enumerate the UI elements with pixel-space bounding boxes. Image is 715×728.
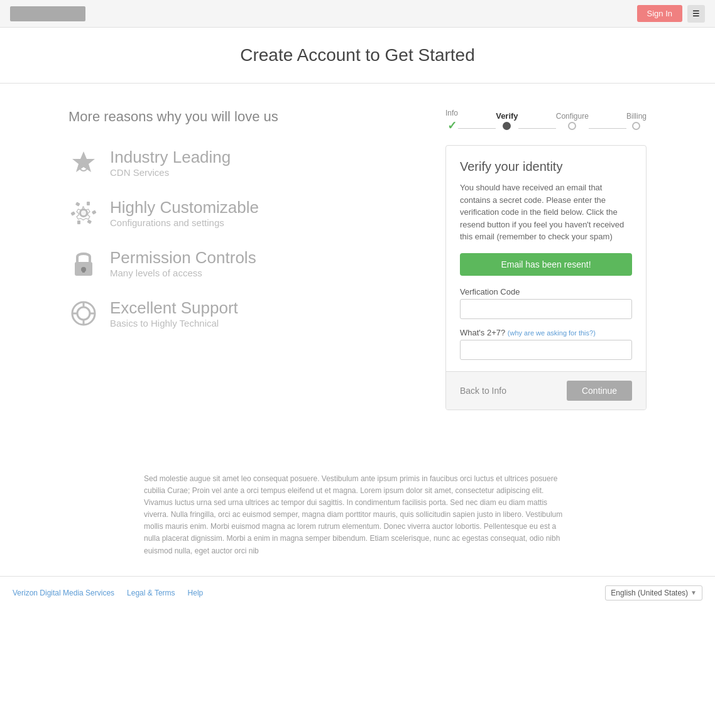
continue-button[interactable]: Continue [567,381,632,401]
logo [10,6,85,21]
svg-point-15 [77,307,90,320]
chevron-down-icon: ▼ [690,589,697,596]
lorem-section: Sed molestie augue sit amet leo consequa… [131,473,584,557]
lorem-text: Sed molestie augue sit amet leo consequa… [144,473,571,557]
footer-links: Verizon Digital Media Services Legal & T… [13,589,203,597]
svg-rect-10 [77,220,80,224]
step-configure: Configure [556,112,589,130]
why-link[interactable]: (why are we asking for this?) [508,329,596,337]
feature-title-industry: Industry Leading [110,148,231,167]
feature-text-permission: Permission Controls Many levels of acces… [110,248,256,278]
step-configure-label: Configure [556,112,589,121]
footer: Verizon Digital Media Services Legal & T… [0,576,715,609]
feature-text-custom: Highly Customizable Configurations and s… [110,198,259,228]
feature-item-industry: Industry Leading CDN Services [68,148,420,178]
verify-card: Verify your identity You should have rec… [445,145,647,410]
sign-in-button[interactable]: Sign In [637,5,682,22]
svg-rect-9 [87,219,92,224]
feature-text-support: Excellent Support Basics to Highly Techn… [110,298,238,329]
svg-rect-6 [75,202,80,206]
verification-code-label: Verfication Code [460,287,632,296]
feature-title-custom: Highly Customizable [110,198,259,217]
features-section: More reasons why you will love us Indust… [68,109,420,410]
back-to-info-button[interactable]: Back to Info [460,382,506,399]
step-verify-label: Verify [496,111,518,121]
step-verify: Verify [496,111,518,130]
feature-subtitle-permission: Many levels of access [110,268,256,278]
feature-subtitle-custom: Configurations and settings [110,217,259,228]
feature-subtitle-support: Basics to Highly Technical [110,318,238,329]
step-info-check: ✓ [447,119,457,133]
step-line-1 [458,128,496,129]
page-title: Create Account to Get Started [0,45,715,65]
steps-row: Info ✓ Verify Configure Billing [445,109,647,133]
step-verify-dot [503,122,511,130]
step-billing-label: Billing [626,112,647,121]
svg-point-4 [81,210,86,215]
step-info-label: Info [445,109,458,117]
verify-description: You should have received an email that c… [460,182,632,243]
feature-subtitle-industry: CDN Services [110,167,231,178]
feature-item-custom: Highly Customizable Configurations and s… [68,198,420,228]
step-line-3 [589,128,626,129]
svg-rect-5 [70,211,75,215]
lock-icon [68,248,99,278]
resend-email-button[interactable]: Email has been resent! [460,253,632,276]
math-question-group: What's 2+7? (why are we asking for this?… [460,328,632,360]
verify-title: Verify your identity [460,160,632,174]
star-icon [68,148,99,178]
verification-code-group: Verfication Code [460,287,632,319]
feature-item-permission: Permission Controls Many levels of acces… [68,248,420,278]
svg-rect-8 [92,210,97,214]
footer-link-help[interactable]: Help [188,589,204,597]
feature-text-industry: Industry Leading CDN Services [110,148,231,178]
svg-rect-7 [87,202,90,205]
footer-language-label: English (United States) [611,589,688,597]
math-answer-input[interactable] [460,340,632,360]
header: Sign In ☰ [0,0,715,28]
page-title-section: Create Account to Get Started [0,28,715,84]
feature-title-support: Excellent Support [110,298,238,318]
step-billing: Billing [626,112,647,130]
verification-code-input[interactable] [460,299,632,319]
features-title: More reasons why you will love us [68,109,420,125]
menu-icon: ☰ [692,9,700,18]
footer-language-selector[interactable]: English (United States) ▼ [605,585,702,600]
feature-title-permission: Permission Controls [110,248,256,268]
step-configure-dot [568,122,576,130]
lifebuoy-icon [68,298,99,329]
step-line-2 [518,128,556,129]
step-info: Info ✓ [445,109,458,133]
feature-item-support: Excellent Support Basics to Highly Techn… [68,298,420,329]
menu-icon-button[interactable]: ☰ [687,5,705,23]
verify-panel: Info ✓ Verify Configure Billing [445,109,647,410]
svg-marker-0 [72,151,95,172]
svg-rect-13 [82,269,85,273]
verify-card-footer: Back to Info Continue [446,371,646,410]
step-billing-dot [632,122,640,130]
footer-link-verizon[interactable]: Verizon Digital Media Services [13,589,114,597]
math-label: What's 2+7? (why are we asking for this?… [460,328,632,337]
footer-link-legal[interactable]: Legal & Terms [127,589,175,597]
main-content: More reasons why you will love us Indust… [56,84,659,435]
gear-icon [68,198,99,228]
header-right: Sign In ☰ [637,5,705,23]
verify-card-body: Verify your identity You should have rec… [446,146,646,360]
